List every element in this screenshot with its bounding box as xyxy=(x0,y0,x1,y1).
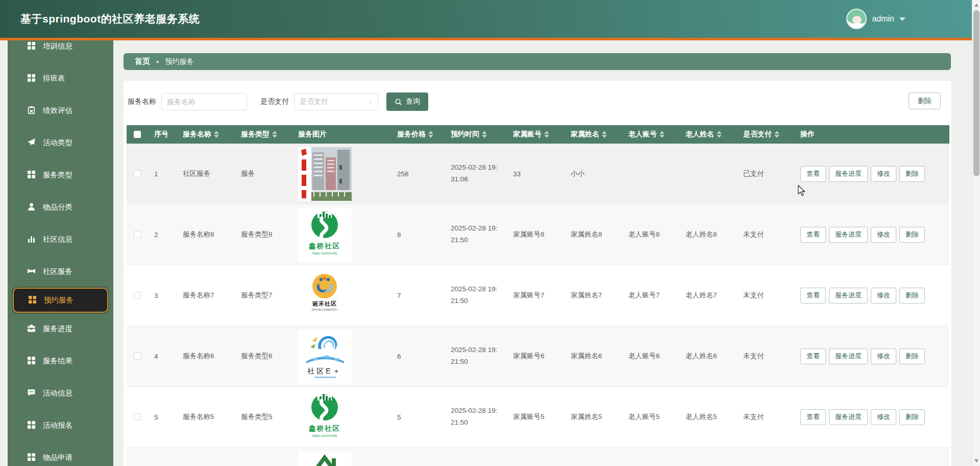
view-button[interactable]: 查看 xyxy=(800,288,826,304)
sidebar-item-10[interactable]: 服务进度 xyxy=(8,313,113,345)
view-button[interactable]: 查看 xyxy=(800,227,826,243)
sort-icon[interactable] xyxy=(214,131,219,138)
batch-delete-button[interactable]: 删除 xyxy=(909,92,941,109)
cell-service-name: 社区服务 xyxy=(177,169,235,178)
select-all-checkbox[interactable] xyxy=(134,131,141,138)
header-cell-checkbox xyxy=(127,131,148,138)
breadcrumb-home-link[interactable]: 首页 xyxy=(135,57,150,66)
header-cell[interactable]: 老人姓名 xyxy=(679,130,737,139)
cell-service-type: 服务类型5 xyxy=(235,412,294,422)
sort-icon[interactable] xyxy=(428,131,433,138)
sidebar-item-8[interactable]: 社区服务 xyxy=(8,255,113,288)
cell-checkbox xyxy=(127,231,148,238)
cell-family-account: 家属账号8 xyxy=(507,230,565,239)
sidebar-item-2[interactable]: 排班表 xyxy=(8,62,113,95)
progress-button[interactable]: 服务进度 xyxy=(829,288,868,304)
edit-button[interactable]: 修改 xyxy=(871,409,896,425)
search-button[interactable]: 查询 xyxy=(386,92,428,111)
scrollbar-down-arrow[interactable] xyxy=(972,457,980,465)
cell-service-name: 服务名称7 xyxy=(177,291,235,300)
header-label: 预约时间 xyxy=(451,128,479,141)
user-menu[interactable]: admin xyxy=(846,9,905,29)
cell-service-image: 鑫桥社区 liqiao community xyxy=(294,208,391,262)
edit-button[interactable]: 修改 xyxy=(871,288,896,304)
breadcrumb-current: 预约服务 xyxy=(165,57,193,66)
username-label[interactable]: admin xyxy=(872,14,894,24)
row-checkbox[interactable] xyxy=(134,231,141,238)
cell-elder-account: 老人账号8 xyxy=(622,230,679,239)
service-name-input[interactable] xyxy=(161,93,247,110)
cell-service-name: 服务名称6 xyxy=(177,352,235,361)
sidebar-item-5[interactable]: 服务类型 xyxy=(8,159,113,191)
svg-text:鑫桥社区: 鑫桥社区 xyxy=(308,425,340,432)
sort-icon[interactable] xyxy=(272,131,277,138)
edit-button[interactable]: 修改 xyxy=(871,166,896,182)
header-cell[interactable]: 服务价格 xyxy=(391,130,445,139)
table-row: 2025-02-28 19:查看服务进度修改删除 xyxy=(127,448,949,466)
user-avatar[interactable] xyxy=(846,9,867,29)
sort-icon[interactable] xyxy=(602,131,607,138)
sidebar-item-label: 培训信息 xyxy=(43,41,72,51)
header-cell: 序号 xyxy=(148,130,177,139)
cell-price: 7 xyxy=(391,292,445,299)
header-cell[interactable]: 服务名称 xyxy=(177,130,235,139)
sidebar-item-label: 活动信息 xyxy=(43,388,72,398)
header-cell[interactable]: 是否支付 xyxy=(737,130,794,139)
row-checkbox[interactable] xyxy=(134,170,141,177)
view-button[interactable]: 查看 xyxy=(800,166,826,182)
header-cell[interactable]: 家属账号 xyxy=(507,130,565,139)
sidebar-item-11[interactable]: 服务结果 xyxy=(8,345,113,377)
sort-icon[interactable] xyxy=(717,131,722,138)
row-checkbox[interactable] xyxy=(134,292,141,299)
delete-button[interactable]: 删除 xyxy=(899,227,925,243)
sort-icon[interactable] xyxy=(774,131,779,138)
header-cell[interactable]: 老人账号 xyxy=(622,130,679,139)
cell-index: 4 xyxy=(148,353,177,360)
green-house-logo xyxy=(298,451,352,466)
view-button[interactable]: 查看 xyxy=(800,409,826,425)
cell-time: 2025-02-28 19:21:50 xyxy=(445,284,507,307)
header-accent-bar xyxy=(0,38,980,40)
sidebar-item-9[interactable]: 预约服务 xyxy=(13,288,108,313)
sidebar-item-4[interactable]: 活动类型 xyxy=(8,127,113,159)
delete-button[interactable]: 删除 xyxy=(899,409,925,425)
delete-button[interactable]: 删除 xyxy=(899,348,925,364)
header-cell[interactable]: 预约时间 xyxy=(445,128,507,141)
edit-button[interactable]: 修改 xyxy=(871,348,896,364)
pay-status-select[interactable]: 是否支付 ⌄ xyxy=(294,93,378,110)
row-checkbox[interactable] xyxy=(134,413,141,421)
sidebar-item-label: 服务结果 xyxy=(43,356,72,366)
sidebar-item-6[interactable]: 物品分类 xyxy=(8,191,113,223)
header-cell[interactable]: 服务类型 xyxy=(235,130,294,139)
sidebar-item-13[interactable]: 活动报名 xyxy=(8,409,113,441)
select-caret-icon: ⌄ xyxy=(368,99,373,104)
scrollbar-up-arrow[interactable] xyxy=(972,1,980,9)
view-button[interactable]: 查看 xyxy=(800,348,826,364)
meeting-icon xyxy=(27,267,36,277)
sidebar-item-3[interactable]: 绩效评估 xyxy=(8,95,113,127)
sidebar-item-14[interactable]: 物品申请 xyxy=(8,441,113,466)
sidebar-item-1[interactable]: 培训信息 xyxy=(8,40,113,62)
cell-price: 256 xyxy=(391,170,445,178)
progress-button[interactable]: 服务进度 xyxy=(829,409,868,425)
delete-button[interactable]: 删除 xyxy=(899,166,925,182)
svg-text:鑫桥社区: 鑫桥社区 xyxy=(308,242,340,250)
table-header-row: 序号服务名称服务类型服务图片服务价格预约时间家属账号家属姓名老人账号老人姓名是否… xyxy=(127,125,949,144)
delete-button[interactable]: 删除 xyxy=(899,288,925,304)
sidebar-item-12[interactable]: 活动信息 xyxy=(8,377,113,409)
cell-price: 5 xyxy=(391,413,445,421)
sidebar-item-7[interactable]: 社区信息 xyxy=(8,223,113,255)
scrollbar-thumb[interactable] xyxy=(973,10,979,176)
progress-button[interactable]: 服务进度 xyxy=(829,348,868,364)
page-scrollbar[interactable] xyxy=(972,0,980,466)
table-row: 4服务名称6服务类型6 社区E＋ 62025-02-28 19:21:50家属账… xyxy=(127,326,949,387)
row-checkbox[interactable] xyxy=(134,353,141,360)
sort-icon[interactable] xyxy=(659,131,665,138)
sort-icon[interactable] xyxy=(544,131,549,138)
sort-icon[interactable] xyxy=(482,131,487,138)
progress-button[interactable]: 服务进度 xyxy=(829,227,868,243)
sidebar-item-label: 物品申请 xyxy=(43,453,72,462)
progress-button[interactable]: 服务进度 xyxy=(829,166,868,182)
header-cell[interactable]: 家属姓名 xyxy=(565,130,622,139)
edit-button[interactable]: 修改 xyxy=(871,227,896,243)
